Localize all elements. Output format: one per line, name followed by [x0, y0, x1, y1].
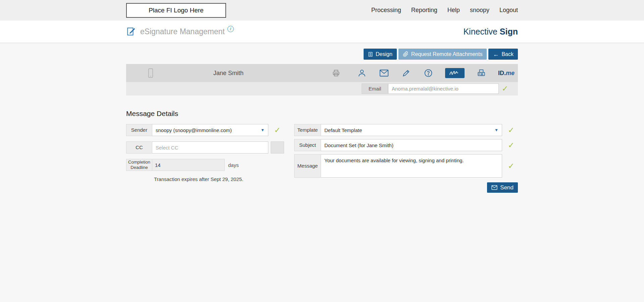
- completion-deadline-label: Completion Deadline: [126, 159, 152, 171]
- brand-logo: Kinective Sign: [463, 27, 518, 37]
- main-content: Design Request Remote Attachments ← Back: [126, 43, 518, 206]
- sender-valid-check-icon: ✓: [274, 126, 280, 134]
- idme-logo[interactable]: ID.me: [498, 70, 515, 77]
- design-doc-icon: [368, 52, 373, 57]
- esignature-doc-pen-icon: [126, 26, 136, 37]
- email-input[interactable]: [388, 83, 499, 94]
- template-valid-cell: ✓: [504, 124, 518, 136]
- toolbar: Design Request Remote Attachments ← Back: [126, 49, 518, 60]
- subject-input[interactable]: [321, 139, 502, 151]
- sender-value: snoopy (snoopy@immonline.com): [156, 127, 232, 133]
- send-envelope-icon: [491, 185, 497, 190]
- idme-me-text: me: [506, 70, 515, 77]
- form-left-column: Sender snoopy (snoopy@immonline.com) ▼ ✓…: [126, 124, 284, 182]
- cc-status-cell: [271, 141, 284, 154]
- design-button[interactable]: Design: [364, 49, 397, 60]
- idme-id-text: ID.: [498, 70, 506, 77]
- email-valid-check-icon: ✓: [502, 83, 508, 94]
- esign-pen-icon[interactable]: [401, 69, 412, 77]
- page-title: eSignature Management: [140, 27, 225, 36]
- brand-name: Kinective: [463, 27, 497, 36]
- nav-user-snoopy[interactable]: snoopy: [470, 7, 489, 14]
- cc-row: CC: [126, 141, 284, 154]
- send-row: Send: [294, 182, 518, 193]
- template-row: Template Default Template ▼ ✓: [294, 124, 518, 136]
- back-arrow-icon: ←: [493, 51, 499, 57]
- message-valid-cell: ✓: [504, 154, 518, 178]
- subject-valid-cell: ✓: [504, 139, 518, 151]
- message-row: Message Your documents are available for…: [294, 154, 518, 178]
- completion-deadline-input[interactable]: [152, 159, 225, 171]
- sender-valid-cell: ✓: [271, 124, 284, 136]
- completion-deadline-row: Completion Deadline days: [126, 159, 284, 171]
- message-textarea[interactable]: Your documents are available for viewing…: [321, 154, 502, 178]
- delivery-method-icons: ID.me: [357, 64, 515, 82]
- top-nav: Processing Reporting Help snoopy Logout: [371, 7, 518, 14]
- recipient-bar: Jane Smith: [126, 64, 518, 96]
- days-label: days: [228, 162, 239, 168]
- template-label: Template: [294, 124, 321, 136]
- remote-signature-icon[interactable]: [445, 68, 465, 78]
- nav-processing[interactable]: Processing: [371, 7, 401, 14]
- template-dropdown[interactable]: Default Template ▼: [321, 124, 502, 136]
- app-header: eSignature Management i Kinective Sign: [0, 20, 644, 43]
- info-icon[interactable]: i: [227, 26, 234, 32]
- cc-label: CC: [126, 141, 152, 154]
- subject-label: Subject: [294, 139, 321, 151]
- brand-product: Sign: [500, 27, 518, 36]
- person-icon[interactable]: [357, 69, 367, 77]
- fi-logo-text: Place FI Logo Here: [149, 7, 204, 14]
- message-details-heading: Message Details: [126, 110, 518, 118]
- topbar: Place FI Logo Here Processing Reporting …: [0, 0, 644, 20]
- dropdown-arrow-icon: ▼: [494, 128, 498, 132]
- back-button[interactable]: ← Back: [488, 49, 518, 60]
- request-remote-attachments-button[interactable]: Request Remote Attachments: [398, 49, 487, 60]
- mobile-phone-icon: [147, 68, 154, 78]
- fi-logo-placeholder: Place FI Logo Here: [126, 3, 226, 18]
- message-valid-check-icon: ✓: [508, 162, 514, 170]
- recipient-name: Jane Smith: [203, 64, 254, 82]
- subject-valid-check-icon: ✓: [508, 141, 514, 149]
- form-right-column: Template Default Template ▼ ✓ Subject ✓ …: [294, 124, 518, 193]
- send-button[interactable]: Send: [487, 182, 518, 193]
- printer-icon[interactable]: [331, 69, 341, 77]
- email-label: Email: [362, 83, 388, 94]
- email-envelope-icon[interactable]: [379, 69, 389, 77]
- send-button-label: Send: [500, 184, 514, 191]
- paperclip-icon: [403, 51, 409, 57]
- expiry-note: Transaction expires after Sept 29, 2025.: [154, 176, 284, 182]
- fax-icon[interactable]: [476, 69, 487, 77]
- recipient-row: Jane Smith: [126, 64, 518, 82]
- nav-reporting[interactable]: Reporting: [411, 7, 437, 14]
- cc-input[interactable]: [152, 141, 268, 154]
- template-valid-check-icon: ✓: [508, 126, 514, 134]
- message-label: Message: [294, 154, 321, 178]
- sender-dropdown[interactable]: snoopy (snoopy@immonline.com) ▼: [152, 124, 268, 136]
- sender-label: Sender: [126, 124, 152, 136]
- design-button-label: Design: [376, 51, 392, 57]
- nav-help[interactable]: Help: [447, 7, 460, 14]
- sender-row: Sender snoopy (snoopy@immonline.com) ▼ ✓: [126, 124, 284, 136]
- recipient-email-row: Email ✓: [126, 82, 518, 96]
- kba-question-icon[interactable]: [423, 69, 434, 77]
- subject-row: Subject ✓: [294, 139, 518, 151]
- dropdown-arrow-icon: ▼: [261, 128, 265, 132]
- message-details-form: Sender snoopy (snoopy@immonline.com) ▼ ✓…: [126, 124, 518, 193]
- template-value: Default Template: [324, 127, 362, 133]
- back-button-label: Back: [501, 51, 514, 57]
- request-remote-attachments-label: Request Remote Attachments: [411, 51, 483, 57]
- nav-logout[interactable]: Logout: [499, 7, 518, 14]
